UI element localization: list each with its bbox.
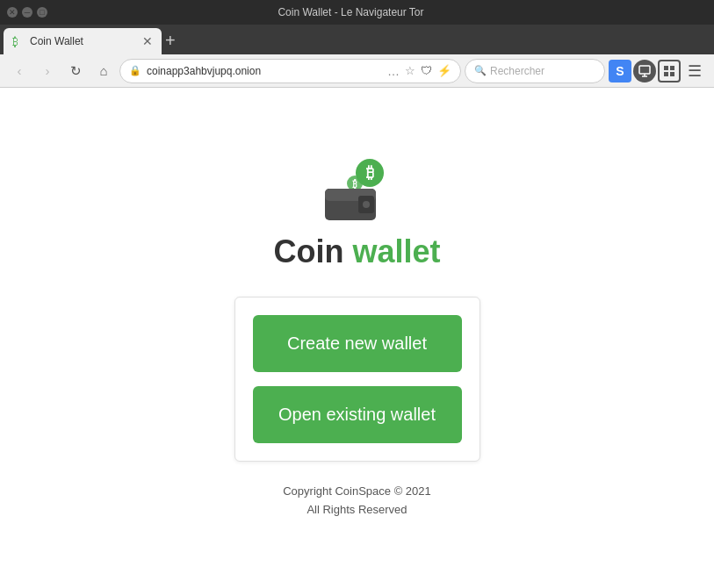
tab-bar: ₿ Coin Wallet ✕ + — [0, 25, 714, 54]
svg-text:₿: ₿ — [366, 164, 374, 182]
svg-rect-0 — [639, 66, 650, 74]
tab-close-button[interactable]: ✕ — [142, 34, 153, 48]
max-dot[interactable]: □ — [37, 7, 47, 18]
bookmark-icon[interactable]: ☆ — [405, 64, 415, 77]
search-bar[interactable]: 🔍 Rechercher — [465, 59, 605, 83]
svg-rect-5 — [664, 72, 668, 76]
app-title: Coin wallet — [273, 233, 440, 270]
monitor-icon-button[interactable] — [633, 60, 656, 82]
back-button[interactable]: ‹ — [7, 59, 32, 83]
buttons-container: Create new wallet Open existing wallet — [234, 297, 480, 462]
nav-bar: ‹ › ↻ ⌂ 🔒 coinapp3ahbvjupq.onion … ☆ 🛡 ⚡… — [0, 54, 714, 88]
footer-line1: Copyright CoinSpace © 2021 — [283, 483, 431, 501]
address-more-icon[interactable]: … — [387, 64, 400, 78]
title-bar-dots: ✕ ─ □ — [7, 7, 47, 18]
create-wallet-button[interactable]: Create new wallet — [253, 315, 462, 372]
wallet-text: wallet — [352, 233, 440, 269]
footer: Copyright CoinSpace © 2021 All Rights Re… — [283, 483, 431, 520]
shield-icon[interactable]: 🛡 — [421, 64, 432, 77]
close-dot[interactable]: ✕ — [7, 7, 18, 18]
address-bar[interactable]: 🔒 coinapp3ahbvjupq.onion … ☆ 🛡 ⚡ — [119, 59, 461, 83]
svg-point-14 — [363, 201, 370, 208]
wallet-icon: ₿ ₿ — [321, 157, 392, 223]
coin-text: Coin — [273, 233, 343, 269]
title-bar-left: ✕ ─ □ — [7, 7, 47, 18]
more-menu-button[interactable]: ☰ — [682, 59, 707, 83]
min-dot[interactable]: ─ — [22, 7, 32, 18]
svg-text:₿: ₿ — [352, 179, 357, 190]
logo-section: ₿ ₿ Coin wallet — [273, 157, 440, 270]
window-title: Coin Wallet - Le Navigateur Tor — [278, 6, 423, 18]
footer-line2: All Rights Reserved — [283, 501, 431, 520]
active-tab[interactable]: ₿ Coin Wallet ✕ — [4, 28, 162, 54]
new-tab-button[interactable]: + — [165, 31, 176, 51]
shield2-icon[interactable]: ⚡ — [437, 64, 451, 77]
tab-favicon: ₿ — [12, 35, 25, 47]
svg-rect-3 — [664, 66, 668, 70]
search-placeholder: Rechercher — [490, 65, 545, 77]
open-wallet-button[interactable]: Open existing wallet — [253, 386, 462, 443]
grid-icon-button[interactable] — [658, 60, 681, 82]
s-icon-button[interactable]: S — [609, 60, 631, 82]
page-content: ₿ ₿ Coin wallet Create new wallet Open e… — [0, 88, 714, 588]
forward-button[interactable]: › — [35, 59, 60, 83]
svg-rect-6 — [670, 72, 674, 76]
home-button[interactable]: ⌂ — [91, 59, 116, 83]
url-text: coinapp3ahbvjupq.onion — [147, 65, 382, 77]
svg-rect-4 — [670, 66, 674, 70]
title-bar: ✕ ─ □ Coin Wallet - Le Navigateur Tor — [0, 0, 714, 25]
reload-button[interactable]: ↻ — [63, 59, 88, 83]
lock-icon: 🔒 — [129, 65, 141, 76]
search-icon: 🔍 — [474, 65, 487, 76]
tab-label: Coin Wallet — [30, 35, 137, 47]
toolbar-icons: S ☰ — [609, 59, 707, 83]
